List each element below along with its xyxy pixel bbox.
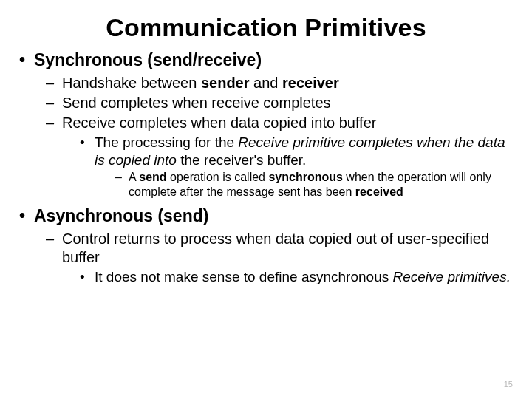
text: and [250,75,282,91]
text: received [355,185,403,198]
text: synchronous [268,171,342,183]
text: Receive primitives. [392,269,510,284]
sync-point-receive-completes: Receive completes when data copied into … [44,114,516,200]
topic-asynchronous-label: Asynchronous (send) [34,206,208,225]
sync-point-handshake: Handshake between sender and receiver [44,74,516,92]
text: It does not make sense to define asynchr… [95,269,392,284]
text: the receiver's buffer. [177,152,306,168]
text: receiver [282,75,339,91]
page-number: 15 [504,380,513,389]
text: Handshake between [62,75,201,91]
sync-point-send-completes: Send completes when receive completes [44,94,516,112]
sync-receive-detail: The processing for the Receive primitive… [62,134,516,200]
text: operation is called [167,171,269,183]
slide-title: Communication Primitives [16,13,516,42]
text: A [129,171,139,183]
detail-async-receive: It does not make sense to define asynchr… [78,268,516,286]
sync-sublist: Handshake between sender and receiver Se… [34,74,516,200]
topic-synchronous-label: Synchronous (send/receive) [34,50,262,69]
sync-send-definition: A send operation is called synchronous w… [95,170,516,200]
async-detail: It does not make sense to define asynchr… [62,268,516,286]
definition-synchronous-send: A send operation is called synchronous w… [114,170,516,200]
slide: Communication Primitives Synchronous (se… [0,0,532,399]
text: Control returns to process when data cop… [62,231,489,265]
topic-asynchronous: Asynchronous (send) Control returns to p… [16,205,516,286]
text: Receive completes when data copied into … [62,115,376,131]
topic-synchronous: Synchronous (send/receive) Handshake bet… [16,50,516,200]
bullet-list: Synchronous (send/receive) Handshake bet… [16,50,516,286]
async-point-control-returns: Control returns to process when data cop… [44,230,516,286]
text: send [139,171,166,183]
text: sender [201,75,250,91]
text: The processing for the [95,134,238,150]
async-sublist: Control returns to process when data cop… [34,230,516,286]
detail-receive-primitive: The processing for the Receive primitive… [78,134,516,200]
